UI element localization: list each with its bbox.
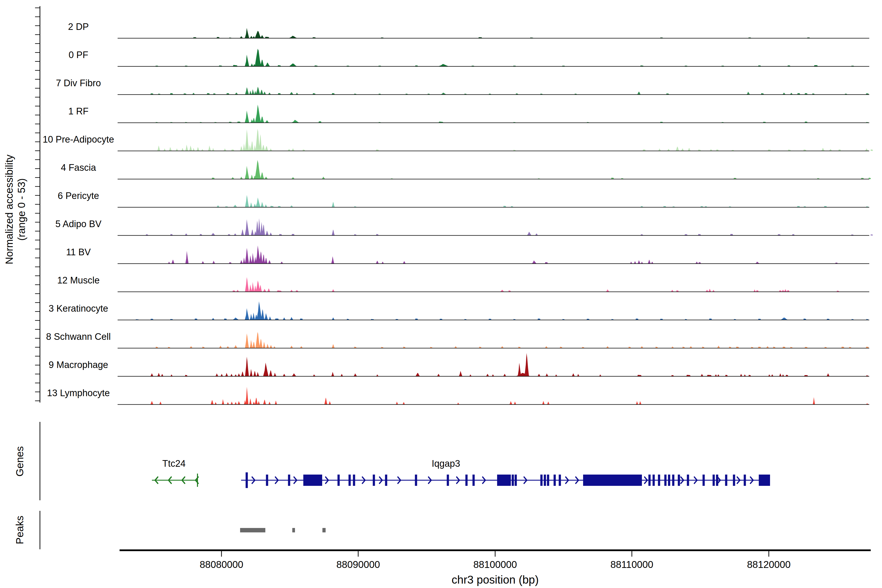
track-label: 8 Schwann Cell bbox=[46, 332, 111, 342]
exon-bar bbox=[672, 475, 675, 486]
exon-bar bbox=[716, 475, 718, 486]
peaks-section-label: Peaks bbox=[14, 516, 26, 544]
exon-bar bbox=[687, 475, 689, 486]
exon-bar bbox=[266, 475, 268, 486]
track-signal bbox=[150, 353, 868, 376]
exon-bar bbox=[415, 475, 417, 486]
track-label: 3 Keratinocyte bbox=[49, 303, 108, 314]
track-signal bbox=[150, 87, 869, 94]
y-axis-label-line2: (range 0 - 53) bbox=[16, 178, 27, 241]
track-label: 10 Pre-Adipocyte bbox=[43, 134, 114, 144]
track-signal bbox=[157, 129, 873, 151]
peak-region-box bbox=[240, 528, 266, 532]
track-signal bbox=[146, 218, 873, 236]
x-axis-tick-label: 88110000 bbox=[610, 559, 653, 570]
exon-bar bbox=[246, 472, 248, 488]
track-row: 1 RF bbox=[68, 105, 869, 123]
track-signal bbox=[155, 49, 854, 66]
track-signal bbox=[217, 195, 868, 207]
track-label: 11 BV bbox=[66, 247, 91, 257]
exon-bar bbox=[713, 475, 715, 486]
track-label: 12 Muscle bbox=[57, 275, 99, 285]
x-axis-tick-label: 88080000 bbox=[200, 559, 243, 570]
exon-bar bbox=[744, 475, 746, 486]
track-label: 4 Fascia bbox=[61, 162, 96, 173]
exon-box bbox=[303, 475, 322, 486]
track-row: 13 Lymphocyte bbox=[47, 387, 869, 405]
exon-bar bbox=[288, 475, 290, 486]
track-row: 10 Pre-Adipocyte bbox=[43, 129, 873, 151]
track-row: 8 Schwann Cell bbox=[46, 332, 869, 348]
gene-end-bar bbox=[197, 474, 198, 487]
exon-bar bbox=[512, 475, 514, 486]
peak-region-box bbox=[322, 528, 326, 532]
exon-box bbox=[759, 475, 770, 486]
gene-label-ttc24: Ttc24 bbox=[162, 458, 186, 469]
gene-label-iqgap3: Iqgap3 bbox=[432, 458, 460, 469]
exon-bar bbox=[678, 475, 680, 486]
track-label: 0 PF bbox=[69, 50, 88, 60]
plot-canvas: 2 DP0 PF7 Div Fibro1 RF10 Pre-Adipocyte4… bbox=[0, 0, 882, 588]
track-label: 9 Macrophage bbox=[49, 360, 108, 370]
exon-box bbox=[497, 475, 511, 486]
track-signal bbox=[193, 28, 810, 38]
peaks-track bbox=[240, 528, 326, 532]
track-row: 7 Div Fibro bbox=[56, 78, 869, 94]
exon-box bbox=[583, 475, 642, 486]
exon-bar bbox=[648, 475, 651, 486]
x-axis-tick-label: 88120000 bbox=[747, 559, 790, 570]
exon-bar bbox=[544, 475, 546, 486]
accessibility-tracks: 2 DP0 PF7 Div Fibro1 RF10 Pre-Adipocyte4… bbox=[43, 21, 873, 405]
exon-bar bbox=[733, 475, 735, 486]
track-signal bbox=[150, 387, 868, 405]
peak-region-box bbox=[292, 528, 295, 532]
exon-bar bbox=[703, 475, 705, 486]
exon-bar bbox=[373, 475, 375, 486]
track-row: 9 Macrophage bbox=[49, 353, 869, 376]
track-signal bbox=[156, 105, 868, 123]
exon-bar bbox=[385, 475, 387, 486]
exon-bar bbox=[664, 475, 667, 486]
track-row: 0 PF bbox=[69, 49, 869, 66]
track-label: 2 DP bbox=[68, 21, 89, 32]
track-row: 5 Adipo BV bbox=[56, 218, 873, 236]
y-axis-ruler bbox=[35, 6, 40, 549]
track-label: 5 Adipo BV bbox=[56, 219, 102, 229]
y-axis-label-line1: Normalized accessibility bbox=[3, 154, 15, 264]
exon-bar bbox=[349, 475, 351, 486]
exon-bar bbox=[559, 475, 561, 486]
exon-bar bbox=[725, 475, 728, 486]
exon-bar bbox=[554, 475, 556, 486]
exon-bar bbox=[652, 475, 655, 486]
genome-browser-figure: 2 DP0 PF7 Div Fibro1 RF10 Pre-Adipocyte4… bbox=[0, 0, 882, 588]
exon-bar bbox=[447, 475, 449, 486]
track-label: 6 Pericyte bbox=[58, 190, 99, 201]
exon-bar bbox=[547, 475, 549, 486]
track-signal bbox=[135, 302, 868, 320]
track-label: 13 Lymphocyte bbox=[47, 388, 110, 398]
gene-model-iqgap3 bbox=[241, 472, 770, 488]
exon-bar bbox=[338, 475, 340, 486]
genes-section-label: Genes bbox=[14, 446, 26, 477]
exon-bar bbox=[353, 475, 355, 486]
track-row: 3 Keratinocyte bbox=[49, 302, 869, 320]
x-axis-tick-label: 88090000 bbox=[336, 559, 380, 570]
exon-bar bbox=[472, 475, 475, 486]
gene-models bbox=[152, 472, 770, 488]
exon-bar bbox=[540, 475, 543, 486]
exon-bar bbox=[515, 475, 517, 486]
exon-bar bbox=[465, 475, 468, 486]
track-row: 4 Fascia bbox=[61, 160, 871, 179]
track-signal bbox=[212, 160, 871, 179]
x-axis-title: chr3 position (bp) bbox=[452, 573, 538, 586]
track-signal bbox=[156, 332, 869, 348]
exon-bar bbox=[658, 475, 660, 486]
exon-bar bbox=[668, 475, 670, 486]
track-label: 7 Div Fibro bbox=[56, 78, 101, 88]
track-signal bbox=[232, 277, 839, 292]
x-axis-tick-label: 88100000 bbox=[473, 559, 517, 570]
track-label: 1 RF bbox=[68, 106, 88, 116]
track-row: 2 DP bbox=[68, 21, 869, 38]
track-signal bbox=[168, 246, 838, 264]
gene-model-ttc24 bbox=[152, 474, 198, 487]
